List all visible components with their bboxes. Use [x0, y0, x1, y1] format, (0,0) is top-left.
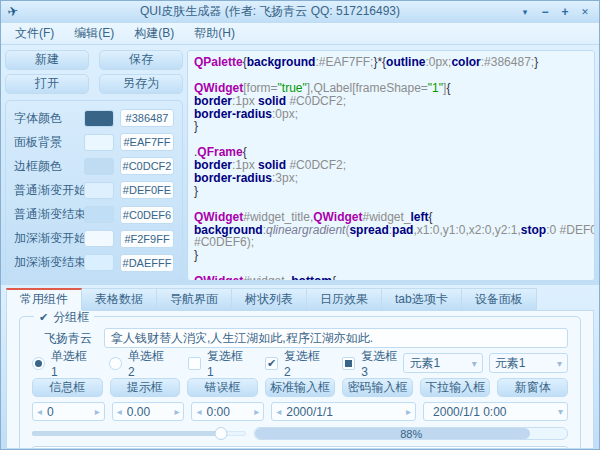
app-window: ✈ QUI皮肤生成器 (作者: 飞扬青云 QQ: 517216493) ▾ − …	[0, 0, 600, 450]
main-area: 新建 保存 打开 另存为 字体颜色 #386487 面板背景 #EAF7FF 边…	[1, 45, 599, 285]
color-value-input[interactable]: #C0DCF2	[120, 157, 174, 175]
menu-build[interactable]: 构建(B)	[124, 23, 184, 44]
color-swatch[interactable]	[84, 158, 114, 175]
groupbox-legend[interactable]: ✔ 分组框	[34, 310, 94, 326]
double-spinbox-value: 0.00	[122, 405, 175, 419]
color-value-input[interactable]: #EAF7FF	[120, 133, 174, 151]
demo-textedit[interactable]: 拿人钱财替人消灾,人生江湖如此,程序江湖亦如此.	[32, 446, 568, 449]
password-input-button[interactable]: 密码输入框	[342, 378, 413, 397]
info-box-button[interactable]: 信息框	[32, 378, 103, 397]
tab-common-widgets[interactable]: 常用组件	[6, 288, 82, 311]
app-plane-icon: ✈	[0, 2, 26, 22]
standard-input-button[interactable]: 标准输入框	[265, 378, 336, 397]
double-spinbox[interactable]: ◂ 0.00 ▸	[112, 402, 185, 421]
close-button[interactable]: ✕	[575, 3, 595, 21]
new-window-button[interactable]: 新窗体	[497, 378, 568, 397]
motto-input[interactable]: 拿人钱财替人消灾,人生江湖如此,程序江湖亦如此.	[104, 328, 568, 348]
combobox-2-value: 元素1	[495, 355, 526, 372]
tab-pane: ✔ 分组框 飞扬青云 拿人钱财替人消灾,人生江湖如此,程序江湖亦如此. 单选框1…	[6, 310, 594, 449]
bottom-panel: 常用组件 表格数据 导航界面 树状列表 日历效果 tab选项卡 设备面板 ✔ 分…	[1, 285, 599, 449]
time-spinbox[interactable]: ◂ 0:00 ▸	[191, 402, 264, 421]
color-value-input[interactable]: #C0DEF6	[120, 206, 174, 224]
color-row-gradient-end: 普通渐变结束 #C0DEF6	[14, 206, 174, 224]
menu-help[interactable]: 帮助(H)	[184, 23, 245, 44]
color-swatch[interactable]	[84, 182, 114, 199]
checkbox-icon	[188, 357, 201, 370]
color-swatch[interactable]	[84, 230, 114, 247]
spin-right-icon[interactable]: ▸	[254, 406, 259, 417]
chevron-down-icon: ▾	[558, 406, 563, 417]
radio-circle-icon	[32, 357, 45, 370]
tab-nav-ui[interactable]: 导航界面	[157, 288, 232, 310]
date-spinbox[interactable]: ◂ 2000/1/1 ▸	[271, 402, 416, 421]
color-row-deep-start: 加深渐变开始 #F2F9FF	[14, 230, 174, 248]
slider-handle[interactable]	[214, 427, 227, 440]
color-value-input[interactable]: #DAEFFF	[120, 254, 174, 272]
color-label: 加深渐变结束	[14, 254, 78, 271]
tab-device-panel[interactable]: 设备面板	[462, 288, 537, 310]
combobox-2[interactable]: 元素1 ▾	[489, 353, 568, 373]
skin-menu-button[interactable]: ▾	[515, 3, 535, 21]
spin-right-icon[interactable]: ▸	[174, 406, 179, 417]
combobox-1[interactable]: 元素1 ▾	[403, 353, 482, 373]
progress-label: 88%	[255, 428, 567, 439]
checkbox-1[interactable]: 复选框1	[188, 348, 249, 379]
color-value-input[interactable]: #F2F9FF	[120, 230, 174, 248]
left-panel: 新建 保存 打开 另存为 字体颜色 #386487 面板背景 #EAF7FF 边…	[5, 50, 183, 281]
file-buttons: 新建 保存 打开 另存为	[5, 50, 183, 94]
tab-tree-list[interactable]: 树状列表	[232, 288, 307, 310]
color-label: 字体颜色	[14, 110, 78, 127]
checkbox-3[interactable]: 复选框3	[342, 348, 403, 379]
tip-box-button[interactable]: 提示框	[110, 378, 181, 397]
maximize-button[interactable]: +	[555, 3, 575, 21]
datetime-combobox[interactable]: 2000/1/1 0:00 ▾	[423, 402, 568, 421]
color-swatch[interactable]	[84, 206, 114, 223]
save-as-button[interactable]: 另存为	[99, 74, 183, 94]
demo-groupbox: ✔ 分组框 飞扬青云 拿人钱财替人消灾,人生江湖如此,程序江湖亦如此. 单选框1…	[19, 316, 581, 449]
checkbox-2[interactable]: ✔ 复选框2	[265, 348, 326, 379]
dropdown-input-button[interactable]: 下拉输入框	[420, 378, 491, 397]
color-swatch[interactable]	[84, 134, 114, 151]
time-spinbox-value: 0:00	[202, 405, 255, 419]
menu-edit[interactable]: 编辑(E)	[64, 23, 124, 44]
spin-right-icon[interactable]: ▸	[406, 406, 411, 417]
radio-2-label: 单选框2	[128, 348, 170, 379]
checkbox-partial-icon	[342, 357, 355, 370]
minimize-button[interactable]: −	[535, 3, 555, 21]
color-value-input[interactable]: #DEF0FE	[120, 181, 174, 199]
color-settings-group: 字体颜色 #386487 面板背景 #EAF7FF 边框颜色 #C0DCF2 普…	[5, 100, 183, 281]
save-button[interactable]: 保存	[99, 50, 183, 70]
color-label: 普通渐变开始	[14, 182, 78, 199]
int-spinbox[interactable]: ◂ 0 ▸	[32, 402, 105, 421]
horizontal-slider[interactable]	[32, 427, 246, 440]
color-swatch[interactable]	[84, 110, 114, 127]
radio-1[interactable]: 单选框1	[32, 348, 93, 379]
color-value-input[interactable]: #386487	[120, 109, 174, 127]
datetime-value: 2000/1/1 0:00	[428, 405, 558, 419]
checkbox-2-label: 复选框2	[284, 348, 326, 379]
textedit-row: 拿人钱财替人消灾,人生江湖如此,程序江湖亦如此.	[32, 446, 568, 449]
open-button[interactable]: 打开	[5, 74, 89, 94]
color-row-deep-end: 加深渐变结束 #DAEFFF	[14, 254, 174, 272]
tab-calendar[interactable]: 日历效果	[307, 288, 382, 310]
dialog-buttons-row: 信息框 提示框 错误框 标准输入框 密码输入框 下拉输入框 新窗体	[32, 378, 568, 397]
slider-progress-row: 88%	[32, 427, 568, 440]
color-swatch[interactable]	[84, 254, 114, 271]
color-row-panel-bg: 面板背景 #EAF7FF	[14, 133, 174, 151]
qss-editor[interactable]: QPalette{background:#EAF7FF;}*{outline:0…	[187, 50, 595, 281]
slider-fill	[32, 431, 221, 436]
spinbox-row: ◂ 0 ▸ ◂ 0.00 ▸ ◂ 0:00 ▸ ◂	[32, 402, 568, 421]
groupbox-check-icon: ✔	[39, 311, 48, 324]
radio-2[interactable]: 单选框2	[109, 348, 170, 379]
checkbox-1-label: 复选框1	[207, 348, 249, 379]
combobox-1-value: 元素1	[409, 355, 440, 372]
spin-right-icon[interactable]: ▸	[95, 406, 100, 417]
tab-table-data[interactable]: 表格数据	[82, 288, 157, 310]
chevron-down-icon: ▾	[472, 358, 477, 369]
error-box-button[interactable]: 错误框	[187, 378, 258, 397]
color-row-border: 边框颜色 #C0DCF2	[14, 157, 174, 175]
color-row-gradient-start: 普通渐变开始 #DEF0FE	[14, 181, 174, 199]
new-button[interactable]: 新建	[5, 50, 89, 70]
tab-tab-page[interactable]: tab选项卡	[382, 288, 462, 310]
menu-file[interactable]: 文件(F)	[5, 23, 64, 44]
